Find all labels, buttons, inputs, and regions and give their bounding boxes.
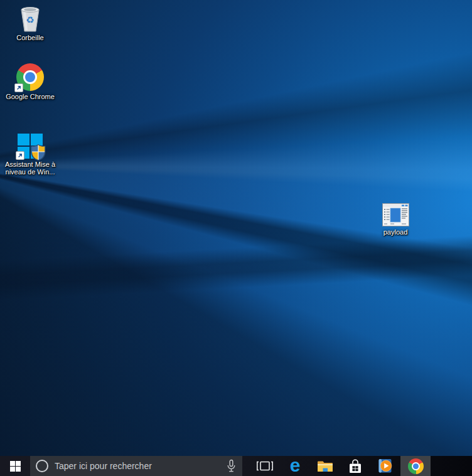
search-placeholder: Taper ici pour rechercher: [55, 461, 220, 471]
microphone-icon[interactable]: [226, 459, 237, 473]
desktop-icon-google-chrome[interactable]: Google Chrome: [1, 62, 59, 100]
start-button[interactable]: [0, 456, 30, 476]
desktop-icon-label: payload: [384, 228, 408, 236]
cortana-circle-icon: [36, 460, 48, 472]
taskbar-search-box[interactable]: Taper ici pour rechercher: [30, 456, 242, 476]
task-view-icon: [256, 460, 274, 472]
desktop-wallpaper[interactable]: [0, 0, 472, 476]
chrome-icon: [408, 458, 424, 474]
microsoft-store-icon: [348, 458, 363, 474]
shortcut-arrow-icon: [14, 83, 23, 92]
store-button[interactable]: [340, 456, 370, 476]
screen: ♻ Corbeille Google Chrome: [0, 0, 472, 476]
uac-shield-icon: [30, 144, 46, 161]
file-explorer-button[interactable]: [310, 456, 340, 476]
chrome-taskbar-button[interactable]: [400, 456, 431, 476]
edge-button[interactable]: e: [280, 456, 310, 476]
desktop-icon-payload[interactable]: payload: [367, 201, 424, 236]
desktop-icon-label: Corbeille: [16, 34, 43, 41]
taskbar-spacer: [242, 456, 250, 476]
media-player-button[interactable]: [370, 456, 400, 476]
desktop-icon-label: Google Chrome: [6, 93, 55, 100]
recycle-bin-icon: ♻: [16, 3, 44, 32]
desktop-icon-recycle-bin[interactable]: ♻ Corbeille: [1, 3, 59, 41]
edge-icon: e: [290, 456, 301, 475]
shortcut-arrow-icon: [16, 151, 24, 160]
task-view-button[interactable]: [250, 456, 280, 476]
taskbar: Taper ici pour rechercher e: [0, 456, 472, 476]
file-explorer-icon: [317, 460, 333, 473]
desktop-icon-label: Assistant Mise à niveau de Win...: [5, 161, 55, 176]
media-player-icon: [377, 458, 394, 474]
windows-start-icon: [10, 461, 21, 472]
application-exe-icon: [382, 203, 409, 226]
svg-text:♻: ♻: [26, 14, 34, 26]
desktop-icon-upgrade-assistant[interactable]: Assistant Mise à niveau de Win...: [1, 127, 59, 176]
